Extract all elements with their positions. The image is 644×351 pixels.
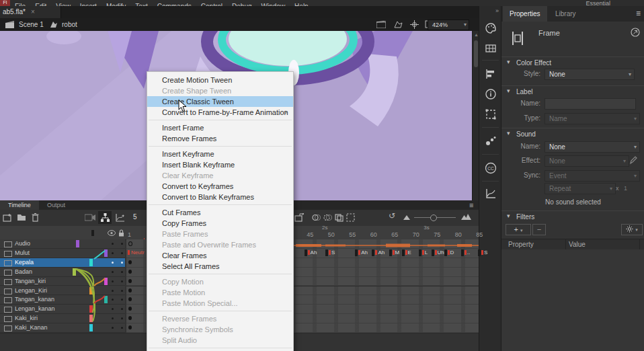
menu-item-clear-frames[interactable]: Clear Frames: [147, 250, 293, 261]
layer-visibility-dot[interactable]: [112, 280, 114, 282]
swatches-icon[interactable]: [485, 42, 497, 54]
layer-lock-dot[interactable]: [121, 252, 123, 254]
keyframe-dot[interactable]: [128, 307, 132, 311]
style-dropdown[interactable]: None ▾: [545, 69, 635, 80]
section-label[interactable]: ▾ Label: [501, 85, 644, 98]
lipsync-keyframe[interactable]: [461, 249, 464, 256]
layer-row-tangan_kanan[interactable]: Tangan_kanan: [0, 295, 125, 305]
tab-timeline[interactable]: Timeline: [0, 200, 39, 210]
layer-row-badan[interactable]: Badan: [0, 268, 125, 277]
edit-scene-icon[interactable]: [376, 21, 386, 28]
lock-column-icon[interactable]: [118, 229, 124, 237]
edit-multiple-frames-icon[interactable]: [335, 213, 344, 222]
menu-item-convert-to-keyframes[interactable]: Convert to Keyframes: [147, 181, 293, 192]
tab-library[interactable]: Library: [549, 6, 583, 22]
layer-parent-mark[interactable]: [73, 268, 76, 276]
layer-parent-mark[interactable]: [89, 259, 93, 266]
layer-lock-dot[interactable]: [121, 243, 123, 245]
remove-filter-button[interactable]: −: [532, 224, 546, 235]
lipsync-keyframe[interactable]: [402, 249, 405, 256]
menu-item-remove-frames[interactable]: Remove Frames: [147, 133, 293, 144]
layer-parent-mark[interactable]: [104, 278, 108, 285]
layer-visibility-dot[interactable]: [112, 252, 114, 254]
info-panel-icon[interactable]: [485, 88, 497, 100]
layer-row-kaki_kanan[interactable]: Kaki_Kanan: [0, 323, 125, 333]
camera-icon[interactable]: [85, 214, 95, 221]
keyframe-dot[interactable]: [128, 279, 132, 283]
layer-parent-mark[interactable]: [104, 249, 108, 257]
layer-row-kaki_kiri[interactable]: Kaki_kiri: [0, 314, 125, 323]
lipsync-keyframe[interactable]: [419, 249, 421, 256]
layer-visibility-dot[interactable]: [112, 308, 114, 310]
align-panel-icon[interactable]: [485, 68, 497, 80]
layer-visibility-dot[interactable]: [112, 327, 114, 329]
brush-library-icon[interactable]: [485, 135, 497, 147]
label-name-input[interactable]: [545, 98, 636, 110]
layer-visibility-dot[interactable]: [112, 290, 114, 292]
loop-playback-icon[interactable]: ↺: [389, 211, 395, 221]
layer-lock-dot[interactable]: [121, 308, 123, 310]
center-stage-icon[interactable]: [410, 20, 419, 29]
section-sound[interactable]: ▾ Sound: [501, 128, 644, 140]
layer-visibility-dot[interactable]: [112, 299, 114, 301]
menu-item-copy-frames[interactable]: Copy Frames: [147, 218, 293, 229]
lipsync-keyframe[interactable]: [389, 249, 392, 256]
new-layer-icon[interactable]: [3, 213, 12, 222]
creative-cloud-icon[interactable]: CC: [485, 162, 497, 174]
menu-item-create-motion-tween[interactable]: Create Motion Tween: [147, 75, 293, 85]
keyframe-hollow[interactable]: [128, 241, 132, 246]
layer-lock-dot[interactable]: [121, 262, 123, 264]
tab-properties[interactable]: Properties: [503, 6, 547, 22]
sound-name-dropdown[interactable]: None ▾: [545, 141, 640, 153]
add-filter-button[interactable]: + ▾: [506, 224, 531, 235]
lipsync-keyframe[interactable]: [444, 249, 447, 256]
keyframe-dot[interactable]: [128, 316, 132, 320]
layer-lock-dot[interactable]: [121, 299, 123, 301]
keyframe-dot[interactable]: [128, 288, 132, 292]
eye-column-icon[interactable]: [108, 230, 116, 236]
lipsync-keyframe[interactable]: [325, 249, 328, 256]
keyframe-dot[interactable]: [128, 260, 132, 264]
breadcrumb-symbol[interactable]: robot: [62, 18, 77, 31]
panel-menu-icon[interactable]: ≡: [636, 9, 641, 18]
zoom-out-frames-icon[interactable]: [403, 215, 410, 220]
keyframe-dot[interactable]: [128, 297, 132, 301]
swap-symbol-icon[interactable]: [631, 28, 640, 37]
keyframe-dot[interactable]: [128, 270, 132, 274]
timeline-zoom-knob[interactable]: [430, 214, 437, 221]
layer-row-tangan_kiri[interactable]: Tangan_kiri: [0, 277, 125, 286]
layer-row-audio[interactable]: Audio: [0, 239, 125, 249]
motion-editor-icon[interactable]: [485, 188, 497, 200]
transform-panel-icon[interactable]: [485, 108, 497, 120]
frame-picker-icon[interactable]: [294, 213, 305, 222]
modify-markers-icon[interactable]: [346, 213, 355, 222]
layer-parent-mark[interactable]: [104, 296, 108, 303]
menu-item-convert-to-frame-by-frame-animation[interactable]: Convert to Frame-by-Frame Animation›: [147, 107, 293, 118]
menu-item-create-classic-tween[interactable]: Create Classic Tween: [147, 96, 293, 107]
scroll-up-icon[interactable]: ▲: [474, 32, 479, 37]
delete-layer-icon[interactable]: [32, 212, 39, 222]
layer-parent-mark[interactable]: [76, 240, 79, 247]
edit-sound-pencil-icon[interactable]: [629, 155, 637, 165]
lipsync-keyframe[interactable]: [478, 249, 481, 256]
layer-parent-mark[interactable]: [89, 287, 93, 295]
layer-visibility-dot[interactable]: [112, 262, 114, 264]
layer-row-lengan_kiri[interactable]: Lengan_Kiri: [0, 286, 125, 296]
layer-row-kepala[interactable]: Kepala: [0, 258, 125, 268]
new-folder-icon[interactable]: [17, 213, 26, 221]
lipsync-keyframe[interactable]: [432, 249, 434, 256]
layer-lock-dot[interactable]: [121, 271, 123, 273]
layer-visibility-dot[interactable]: [112, 243, 114, 245]
layer-visibility-dot[interactable]: [112, 271, 114, 273]
menu-item-cut-frames[interactable]: Cut Frames: [147, 207, 293, 218]
close-tab-icon[interactable]: ×: [31, 8, 35, 15]
graph-view-icon[interactable]: [116, 213, 125, 222]
tab-output[interactable]: Output: [39, 200, 73, 210]
layer-parent-mark[interactable]: [89, 324, 93, 332]
edit-symbols-icon[interactable]: [394, 21, 403, 28]
breadcrumb-scene[interactable]: Scene 1: [19, 18, 44, 31]
menu-item-convert-to-blank-keyframes[interactable]: Convert to Blank Keyframes: [147, 192, 293, 202]
app-logo[interactable]: Fl: [0, 0, 10, 6]
menu-item-insert-keyframe[interactable]: Insert Keyframe: [147, 149, 293, 159]
layer-parenting-toggle[interactable]: [98, 211, 112, 224]
